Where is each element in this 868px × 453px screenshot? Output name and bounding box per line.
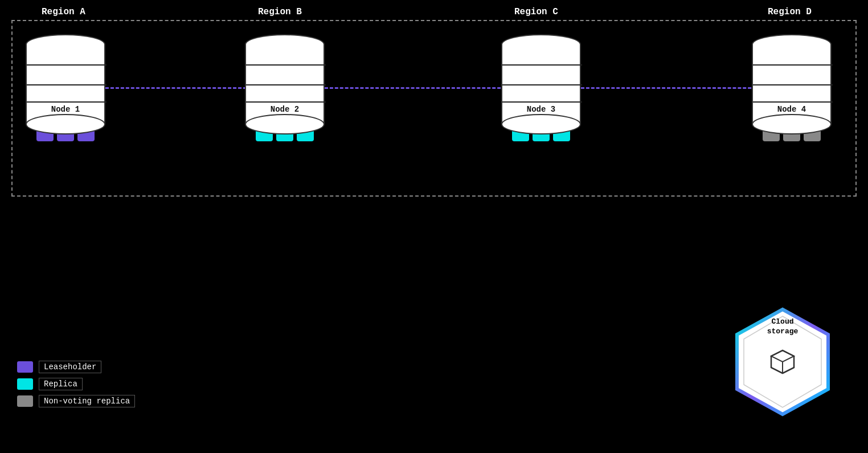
node-1-cylinder: Node 1 (26, 34, 105, 125)
node-3-bottom (501, 114, 581, 134)
connector-bc (325, 87, 506, 89)
cloud-storage-wrapper: Cloud storage (731, 305, 834, 419)
node-2-wrapper: Node 2 (245, 34, 325, 141)
node-4-bottom (752, 114, 832, 134)
diagram-container: Region A Region B Region C Region D Node… (0, 0, 868, 453)
region-label-c: Region C (510, 6, 563, 18)
node-2-label: Node 2 (245, 105, 325, 114)
legend-label-leaseholder: Leaseholder (39, 361, 101, 373)
node-1-label: Node 1 (26, 105, 105, 114)
region-label-a: Region A (37, 6, 90, 18)
node-1-wrapper: Node 1 (26, 34, 105, 141)
legend-nonvoting: Non-voting replica (17, 395, 135, 407)
node-3-wrapper: Node 3 (501, 34, 581, 141)
svg-marker-3 (771, 350, 794, 362)
node-4-wrapper: Node 4 (752, 34, 832, 141)
cluster-border (11, 20, 857, 197)
node-4-label: Node 4 (752, 105, 832, 114)
node-1-bottom (26, 114, 105, 134)
cloud-storage-hexagon: Cloud storage (731, 305, 834, 419)
region-label-d: Region D (763, 6, 816, 18)
legend-chip-leaseholder (17, 361, 33, 373)
node-3-label: Node 3 (501, 105, 581, 114)
legend-replica: Replica (17, 378, 135, 390)
legend-label-nonvoting: Non-voting replica (39, 395, 135, 407)
legend-label-replica: Replica (39, 378, 83, 390)
svg-line-7 (771, 368, 783, 373)
connector-ab (105, 87, 247, 89)
region-label-b: Region B (253, 6, 306, 18)
cloud-storage-label: Cloud storage (731, 317, 834, 337)
node-3-cylinder: Node 3 (501, 34, 581, 125)
svg-line-8 (783, 368, 794, 373)
connector-cd (581, 87, 756, 89)
legend: Leaseholder Replica Non-voting replica (17, 361, 135, 407)
node-2-bottom (245, 114, 325, 134)
node-2-cylinder: Node 2 (245, 34, 325, 125)
legend-chip-replica (17, 378, 33, 390)
box-icon (760, 339, 805, 385)
legend-leaseholder: Leaseholder (17, 361, 135, 373)
legend-chip-nonvoting (17, 395, 33, 407)
node-4-cylinder: Node 4 (752, 34, 832, 125)
